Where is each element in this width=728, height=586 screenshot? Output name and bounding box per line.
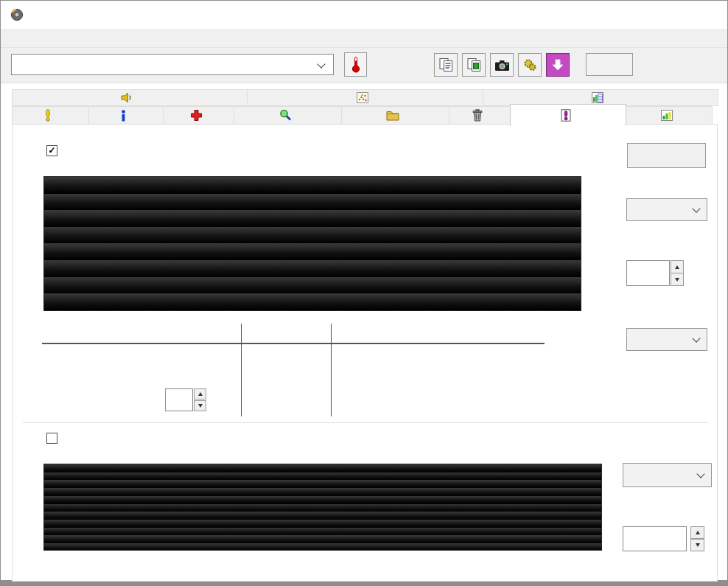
block-size-chart: [43, 464, 602, 551]
magnifier-icon: [279, 109, 292, 122]
down-arrow-icon: [696, 543, 700, 547]
section-divider: [23, 422, 708, 423]
tab-disk-monitor[interactable]: [626, 106, 713, 125]
temperature-button[interactable]: [344, 52, 367, 77]
temperature-display: [374, 52, 380, 77]
page-exclamation-icon: [561, 109, 571, 122]
tab-file-benchmark[interactable]: [510, 104, 626, 126]
camera-icon: [494, 59, 510, 71]
tab-folder-usage[interactable]: [341, 106, 449, 125]
file-length-input[interactable]: [626, 260, 670, 286]
chart-table-icon: [592, 92, 603, 103]
table-divider: [241, 324, 242, 416]
minimize-button[interactable]: [608, 1, 634, 29]
app-window: [0, 0, 728, 586]
legend-write: [592, 450, 602, 458]
menu-help[interactable]: [20, 29, 39, 47]
copy-image-icon: [466, 57, 482, 72]
delay-down-button[interactable]: [690, 539, 704, 551]
legend-read: [574, 450, 584, 458]
chevron-down-icon: [692, 204, 700, 212]
up-arrow-icon: [675, 265, 679, 269]
copy-image-button[interactable]: [462, 53, 486, 77]
queue-depth-up-button[interactable]: [194, 388, 206, 400]
read-swatch-icon: [574, 450, 582, 458]
device-dropdown[interactable]: [11, 54, 334, 75]
exit-button[interactable]: [586, 53, 633, 76]
copy-text-icon: [438, 57, 454, 72]
tab-info[interactable]: [88, 106, 164, 125]
options-button[interactable]: [518, 53, 542, 77]
red-cross-icon: [190, 109, 203, 122]
chevron-down-icon: [696, 470, 704, 478]
table-header-rule: [42, 343, 545, 344]
tab-random-access[interactable]: [247, 89, 483, 106]
tab-benchmark[interactable]: [12, 106, 89, 125]
block-size-checkbox[interactable]: [46, 433, 57, 444]
download-arrow-icon: [551, 58, 564, 71]
speaker-icon: [121, 92, 133, 103]
down-arrow-icon: [198, 404, 203, 408]
file-benchmark-panel: [12, 124, 718, 582]
delay-input[interactable]: [623, 526, 687, 551]
tab-erase[interactable]: [449, 106, 511, 125]
tab-health[interactable]: [163, 106, 234, 125]
folder-icon: [386, 110, 399, 121]
exclamation-yellow-icon: [44, 109, 52, 122]
queue-depth-down-button[interactable]: [194, 400, 206, 411]
transfer-speed-chart: [43, 176, 581, 311]
menu-bar: [1, 29, 727, 48]
start-button[interactable]: [627, 143, 706, 168]
title-bar: [1, 1, 727, 29]
transfer-speed-checkbox[interactable]: [46, 145, 57, 156]
screenshot-button[interactable]: [490, 53, 514, 77]
up-arrow-icon: [696, 531, 700, 534]
down-arrow-icon: [675, 278, 679, 282]
options-icon: [522, 58, 538, 72]
file-length-down-button[interactable]: [671, 273, 684, 286]
app-logo-icon: [10, 8, 24, 21]
up-arrow-icon: [198, 392, 203, 396]
thermometer-icon: [351, 56, 360, 73]
tab-aam[interactable]: [12, 89, 248, 106]
scatter-plot-icon: [357, 92, 368, 103]
delay-up-button[interactable]: [690, 526, 704, 539]
info-icon: [120, 110, 127, 122]
menu-file[interactable]: [1, 29, 20, 47]
close-button[interactable]: [693, 1, 720, 29]
chevron-down-icon: [692, 334, 700, 342]
write-swatch-icon: [592, 450, 601, 458]
chevron-down-icon: [317, 60, 325, 68]
save-results-button[interactable]: [546, 53, 570, 77]
copy-text-button[interactable]: [434, 53, 458, 77]
drive-dropdown[interactable]: [626, 198, 707, 221]
file-length-up-button[interactable]: [671, 260, 684, 273]
file-length2-dropdown[interactable]: [623, 463, 712, 487]
tab-strip-bottom: [12, 106, 718, 125]
chart-legend: [425, 450, 602, 458]
queue-depth-input[interactable]: [165, 388, 193, 411]
bar-chart-icon: [661, 110, 673, 121]
toolbar: [1, 48, 727, 83]
tab-error-scan[interactable]: [234, 106, 342, 125]
data-mode-dropdown[interactable]: [626, 328, 707, 351]
maximize-button[interactable]: [651, 1, 677, 29]
table-divider: [331, 324, 332, 416]
trash-icon: [472, 109, 483, 122]
